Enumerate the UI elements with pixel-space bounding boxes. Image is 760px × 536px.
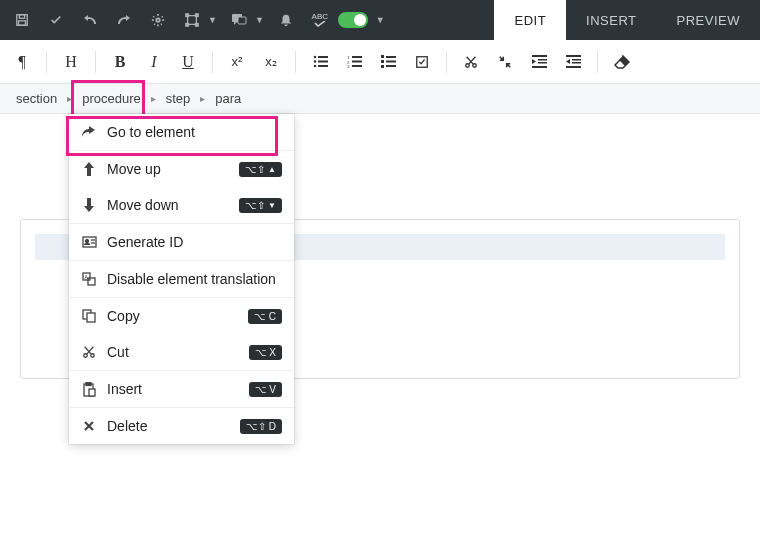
breadcrumb: section ▸ procedure ▸ step ▸ para (0, 84, 760, 114)
svg-rect-35 (566, 55, 581, 57)
menu-disable-translation[interactable]: A Disable element translation (69, 261, 294, 297)
svg-rect-34 (538, 62, 547, 64)
spellcheck-toggle-group: ABC ▼ (308, 8, 385, 32)
svg-point-29 (466, 63, 470, 67)
menu-label: Cut (107, 344, 239, 360)
tab-insert[interactable]: INSERT (566, 0, 656, 40)
menu-label: Delete (107, 418, 230, 434)
shortcut-badge: ⌥⇧▲ (239, 162, 282, 177)
svg-point-12 (313, 60, 316, 63)
tab-preview[interactable]: PREVIEW (657, 0, 760, 40)
svg-rect-47 (87, 313, 95, 322)
chevron-down-icon[interactable]: ▼ (376, 15, 385, 25)
menu-cut[interactable]: Cut ⌥ X (69, 334, 294, 370)
eraser-icon[interactable] (606, 46, 638, 78)
tab-edit[interactable]: EDIT (494, 0, 566, 40)
menu-copy[interactable]: Copy ⌥ C (69, 298, 294, 334)
comment-dropdown[interactable]: ▼ (227, 8, 264, 32)
spellcheck-toggle[interactable] (338, 12, 368, 28)
steps-list-icon[interactable] (372, 46, 404, 78)
object-bounds-icon (180, 8, 204, 32)
format-toolbar: ¶ H B I U x² x₂ 123 (0, 40, 760, 84)
svg-point-10 (313, 56, 316, 59)
arrow-up-icon (81, 161, 97, 177)
svg-rect-2 (19, 21, 26, 25)
menu-label: Go to element (107, 124, 282, 140)
svg-rect-24 (381, 60, 384, 63)
underline-button[interactable]: U (172, 46, 204, 78)
cut-icon[interactable] (455, 46, 487, 78)
svg-rect-22 (381, 55, 384, 58)
subscript-button[interactable]: x₂ (255, 46, 287, 78)
menu-label: Move up (107, 161, 229, 177)
menu-label: Generate ID (107, 234, 282, 250)
object-bounds-dropdown[interactable]: ▼ (180, 8, 217, 32)
undo-icon[interactable] (78, 8, 102, 32)
paste-icon (81, 381, 97, 397)
svg-rect-6 (186, 24, 189, 27)
superscript-button[interactable]: x² (221, 46, 253, 78)
scissors-icon (81, 344, 97, 360)
chevron-down-icon: ▼ (255, 15, 264, 25)
svg-rect-39 (83, 237, 96, 247)
italic-button[interactable]: I (138, 46, 170, 78)
shortcut-badge: ⌥ V (249, 382, 282, 397)
svg-rect-21 (352, 65, 362, 67)
svg-rect-31 (532, 55, 547, 57)
indent-icon[interactable] (523, 46, 555, 78)
redo-icon[interactable] (112, 8, 136, 32)
breadcrumb-item-para[interactable]: para (211, 90, 245, 107)
svg-rect-33 (538, 59, 547, 61)
menu-go-to-element[interactable]: Go to element (69, 114, 294, 150)
numbered-list-icon[interactable]: 123 (338, 46, 370, 78)
breadcrumb-item-procedure[interactable]: procedure (78, 90, 145, 107)
menu-generate-id[interactable]: Generate ID (69, 224, 294, 260)
svg-rect-19 (352, 61, 362, 63)
shortcut-badge: ⌥⇧ D (240, 419, 282, 434)
copy-icon (81, 308, 97, 324)
menu-insert[interactable]: Insert ⌥ V (69, 371, 294, 407)
save-icon[interactable] (10, 8, 34, 32)
outdent-icon[interactable] (557, 46, 589, 78)
heading-button[interactable]: H (55, 46, 87, 78)
svg-rect-44 (88, 278, 95, 285)
menu-move-up[interactable]: Move up ⌥⇧▲ (69, 151, 294, 187)
gear-icon[interactable] (146, 8, 170, 32)
svg-rect-37 (572, 59, 581, 61)
mode-tabs: EDIT INSERT PREVIEW (494, 0, 760, 40)
svg-rect-4 (186, 14, 189, 17)
translation-icon: A (81, 271, 97, 287)
menu-label: Insert (107, 381, 239, 397)
svg-rect-38 (572, 62, 581, 64)
chevron-right-icon: ▸ (151, 93, 156, 104)
svg-point-14 (313, 65, 316, 68)
svg-rect-27 (386, 65, 396, 67)
svg-rect-1 (19, 15, 24, 19)
menu-move-down[interactable]: Move down ⌥⇧▼ (69, 187, 294, 223)
checklist-icon[interactable] (406, 46, 438, 78)
svg-rect-7 (196, 24, 199, 27)
breadcrumb-item-step[interactable]: step (162, 90, 195, 107)
svg-point-49 (91, 354, 95, 358)
svg-rect-13 (318, 61, 328, 63)
bullet-list-icon[interactable] (304, 46, 336, 78)
menu-label: Copy (107, 308, 238, 324)
menu-delete[interactable]: Delete ⌥⇧ D (69, 408, 294, 444)
svg-text:3: 3 (347, 64, 350, 68)
context-menu: Go to element Move up ⌥⇧▲ Move down ⌥⇧▼ … (69, 114, 294, 444)
share-arrow-icon (81, 124, 97, 140)
chevron-right-icon: ▸ (67, 93, 72, 104)
chevron-right-icon: ▸ (200, 93, 205, 104)
check-icon[interactable] (44, 8, 68, 32)
spellcheck-icon[interactable]: ABC (308, 8, 332, 32)
bold-button[interactable]: B (104, 46, 136, 78)
breadcrumb-item-section[interactable]: section (12, 90, 61, 107)
svg-rect-5 (196, 14, 199, 17)
bell-icon[interactable] (274, 8, 298, 32)
svg-rect-36 (566, 66, 581, 68)
chevron-down-icon: ▼ (208, 15, 217, 25)
svg-rect-32 (532, 66, 547, 68)
paragraph-button[interactable]: ¶ (6, 46, 38, 78)
collapse-icon[interactable] (489, 46, 521, 78)
menu-label: Move down (107, 197, 229, 213)
